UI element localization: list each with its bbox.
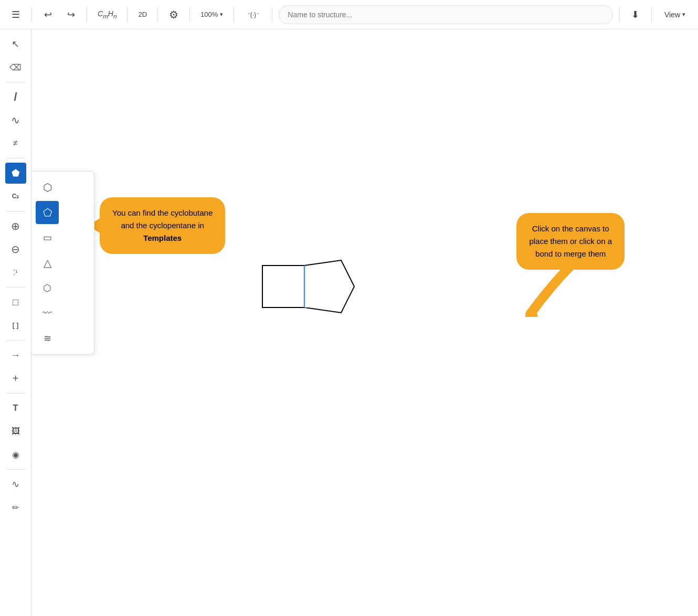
formula-button[interactable]: CmHn <box>93 5 121 24</box>
svg-marker-2 <box>304 260 354 313</box>
flyout-row-4: △ <box>36 251 90 274</box>
sidebar-sep-5 <box>6 340 25 341</box>
sidebar-btn-select[interactable]: ↖ <box>5 34 26 55</box>
flyout-row-7: ≋ <box>36 327 90 350</box>
flyout-btn-square[interactable]: ▭ <box>36 226 59 249</box>
flyout-row-5: ⬡ <box>36 277 90 300</box>
sidebar-sep-3 <box>6 211 25 211</box>
sidebar-btn-remove[interactable]: ⊖ <box>5 239 26 260</box>
sidebar-btn-atom-map[interactable]: ⁚¹ <box>5 262 26 283</box>
flyout-row-2: ⬠ <box>36 201 90 224</box>
sidebar-btn-bond[interactable]: / <box>5 87 26 108</box>
left-sidebar: ↖ ⌫ / ∿ ≠ ⬟ C₂ ⊕ ⊖ ⁚¹ □ [ ] → + T 🖼 ◉ ∿ … <box>0 29 31 616</box>
toolbar-separator-8 <box>619 7 620 22</box>
toolbar-separator-9 <box>651 7 652 22</box>
formula-text: CmHn <box>98 9 117 19</box>
stereo-button[interactable]: ⁻(·)⁻ <box>240 5 266 24</box>
tooltip-left-text: You can find the cyclobutane and the cyc… <box>112 208 213 242</box>
sidebar-sep-2 <box>6 158 25 158</box>
toolbar-separator-6 <box>234 7 234 22</box>
download-button[interactable]: ⬇ <box>626 5 645 24</box>
flyout-btn-hexagon[interactable]: ⬡ <box>36 176 59 199</box>
zoom-chevron: ▾ <box>220 11 223 18</box>
flyout-row-3: ▭ <box>36 226 90 249</box>
flyout-btn-triangle[interactable]: △ <box>36 251 59 274</box>
tooltip-right-text: Click on the canvas to place them or cli… <box>529 224 612 258</box>
flyout-btn-zigzag[interactable]: ≋ <box>36 327 59 350</box>
sidebar-btn-wavy-bond[interactable]: ∿ <box>5 110 26 131</box>
view-button[interactable]: View ▾ <box>658 5 692 24</box>
toolbar-separator-1 <box>31 7 32 22</box>
toolbar-separator-5 <box>189 7 190 22</box>
flyout-btn-wavy[interactable]: 〰 <box>36 302 59 325</box>
name-to-structure-input[interactable] <box>279 5 613 24</box>
sidebar-btn-orbital[interactable]: ◉ <box>5 444 26 465</box>
flyout-row-1: ⬡ <box>36 176 90 199</box>
sidebar-btn-pen[interactable]: ✏ <box>5 497 26 518</box>
sidebar-sep-6 <box>6 393 25 394</box>
sidebar-sep-4 <box>6 287 25 288</box>
top-toolbar: ☰ ↩ ↪ CmHn 2D ⚙ 100% ▾ ⁻(·)⁻ ⬇ View ▾ <box>0 0 698 29</box>
canvas-area[interactable]: ⬡ ⬠ ▭ △ ⬡ 〰 ≋ You can find the <box>31 29 698 616</box>
tooltip-right-tail <box>520 264 583 317</box>
sidebar-btn-carbon[interactable]: C₂ <box>5 186 26 207</box>
sidebar-btn-freehand[interactable]: ∿ <box>5 474 26 495</box>
settings-button[interactable]: ⚙ <box>164 5 183 24</box>
flyout-btn-pentagon[interactable]: ⬠ <box>36 201 59 224</box>
sidebar-btn-plus[interactable]: + <box>5 368 26 389</box>
flyout-panel: ⬡ ⬠ ▭ △ ⬡ 〰 ≋ <box>31 171 94 355</box>
menu-button[interactable]: ☰ <box>6 5 25 24</box>
sidebar-btn-arrow[interactable]: → <box>5 345 26 366</box>
sidebar-btn-text[interactable]: T <box>5 398 26 419</box>
redo-button[interactable]: ↪ <box>61 5 80 24</box>
toolbar-separator-3 <box>127 7 128 22</box>
sidebar-sep-7 <box>6 469 25 470</box>
sidebar-btn-add[interactable]: ⊕ <box>5 216 26 237</box>
toolbar-separator-7 <box>272 7 272 22</box>
molecule-drawing <box>257 250 362 328</box>
tooltip-left: You can find the cyclobutane and the cyc… <box>100 197 225 254</box>
undo-button[interactable]: ↩ <box>38 5 57 24</box>
toolbar-separator-2 <box>87 7 87 22</box>
zoom-button[interactable]: 100% ▾ <box>196 5 227 24</box>
tooltip-left-bold: Templates <box>143 233 182 242</box>
sidebar-btn-sgroup[interactable]: □ <box>5 292 26 313</box>
flyout-btn-hexagon2[interactable]: ⬡ <box>36 277 59 300</box>
view-chevron: ▾ <box>682 11 685 18</box>
sidebar-btn-image[interactable]: 🖼 <box>5 421 26 442</box>
sidebar-sep-1 <box>6 82 25 82</box>
2d-label: 2D <box>138 10 147 18</box>
toolbar-separator-4 <box>157 7 158 22</box>
flyout-row-6: 〰 <box>36 302 90 325</box>
svg-rect-1 <box>262 265 304 307</box>
2d-button[interactable]: 2D <box>134 5 151 24</box>
sidebar-btn-hatch-bond[interactable]: ≠ <box>5 133 26 154</box>
zoom-level: 100% <box>200 10 218 18</box>
sidebar-btn-erase[interactable]: ⌫ <box>5 57 26 78</box>
tooltip-right: Click on the canvas to place them or cli… <box>516 213 625 270</box>
view-label: View <box>664 10 680 19</box>
main-layout: ↖ ⌫ / ∿ ≠ ⬟ C₂ ⊕ ⊖ ⁚¹ □ [ ] → + T 🖼 ◉ ∿ … <box>0 29 698 616</box>
sidebar-btn-ring[interactable]: ⬟ <box>5 163 26 184</box>
sidebar-btn-bracket[interactable]: [ ] <box>5 315 26 336</box>
